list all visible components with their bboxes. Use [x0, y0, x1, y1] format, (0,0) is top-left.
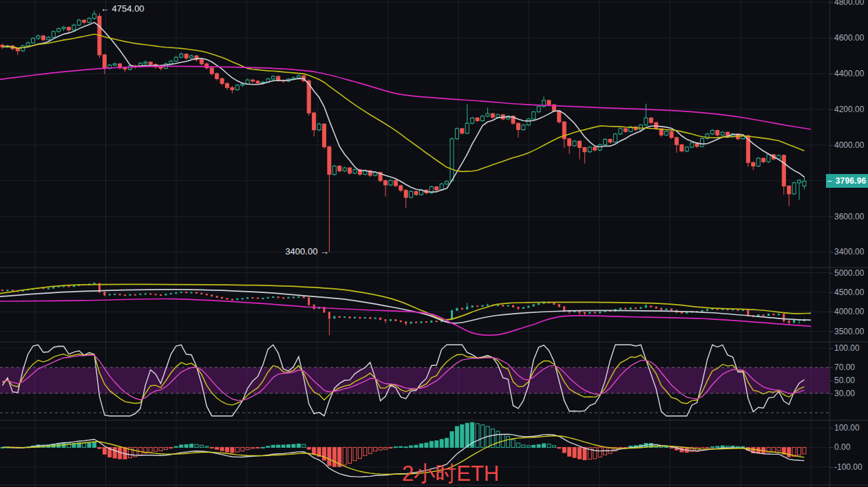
last-price-badge: – 3796.96	[826, 174, 868, 188]
timeframe-watermark: 2小时ETH	[402, 459, 499, 487]
trading-chart-app: ← 4754.00 3400.00 → – 3796.96 2小时ETH 480…	[0, 0, 868, 487]
low-price-annotation: 3400.00 →	[284, 246, 329, 257]
price-axis[interactable]	[829, 0, 868, 487]
badge-tick-dash: –	[827, 176, 832, 186]
chart-canvas[interactable]	[0, 0, 868, 487]
last-price-value: 3796.96	[836, 176, 867, 186]
high-price-annotation: ← 4754.00	[100, 3, 145, 14]
